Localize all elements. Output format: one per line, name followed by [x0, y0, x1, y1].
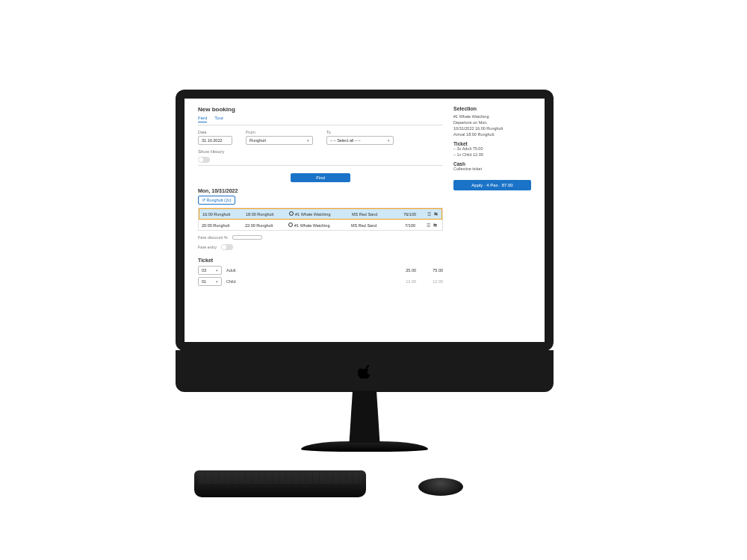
- ticket-line: 03▾ Adult 25.00 75.00: [198, 266, 443, 275]
- trip-table: 16:00 Rungholt 18:00 Rungholt #1 Whale W…: [198, 208, 443, 231]
- date-value: 31.10.2022: [202, 138, 223, 143]
- row-action-icons[interactable]: ☰ ⇆: [421, 212, 438, 217]
- cell-tour: #1 Whale Watching: [289, 211, 347, 217]
- fare-entry-label: Fare entry: [198, 245, 217, 249]
- divider: [198, 165, 443, 166]
- filter-to: To – – Select all – – ▾: [326, 130, 394, 145]
- chevron-down-icon: ▾: [216, 279, 218, 284]
- ticket-name: Adult: [226, 268, 389, 273]
- cell-departure: 16:00 Rungholt: [202, 212, 241, 217]
- fare-discount-input[interactable]: [232, 235, 262, 240]
- apple-logo-icon: [358, 364, 371, 379]
- fare-discount-row: Fare discount %: [198, 235, 443, 240]
- selection-departure-label: Departure on Mon,: [453, 120, 531, 125]
- mouse: [418, 478, 463, 496]
- tab-tour[interactable]: Tour: [214, 116, 223, 122]
- show-history-row: Show History: [198, 149, 443, 154]
- selection-heading: Selection: [453, 106, 531, 111]
- cell-arrival: 22:00 Rungholt: [245, 223, 284, 228]
- fare-entry-row: Fare entry: [198, 244, 443, 250]
- app-screen: New booking Ferd Tour Date 31.10.2022 Fr…: [185, 99, 545, 342]
- ticket-line-total: 75.00: [421, 268, 443, 273]
- filter-date: Date 31.10.2022: [198, 130, 232, 145]
- to-select[interactable]: – – Select all – – ▾: [326, 136, 394, 145]
- cell-ship: MS Red Sand: [351, 223, 388, 228]
- selection-payment: Cash: [453, 161, 531, 167]
- search-filters: Date 31.10.2022 From Rungholt ▾ To: [198, 130, 443, 145]
- page-title: New booking: [198, 106, 443, 113]
- keyboard: [194, 470, 366, 497]
- selection-tour: #1 Whale Watching: [453, 114, 531, 119]
- cell-arrival: 18:00 Rungholt: [246, 212, 285, 217]
- monitor-stand-base: [301, 441, 428, 452]
- trip-row[interactable]: 20:00 Rungholt 22:00 Rungholt #1 Whale W…: [199, 220, 442, 230]
- selection-panel: Selection #1 Whale Watching Departure on…: [453, 106, 531, 335]
- fare-entry-toggle[interactable]: [221, 244, 233, 250]
- chevron-down-icon: ▾: [388, 138, 390, 143]
- booking-tabs: Ferd Tour: [198, 116, 443, 122]
- fare-discount-label: Fare discount %: [198, 235, 228, 240]
- date-label: Date: [198, 130, 232, 134]
- filter-from: From Rungholt ▾: [246, 130, 313, 145]
- cell-ship: MS Red Sand: [352, 212, 389, 217]
- ticket-qty-select[interactable]: 03▾: [198, 266, 222, 275]
- cell-departure: 20:00 Rungholt: [202, 223, 241, 228]
- monitor-chin: [176, 350, 554, 392]
- monitor-stand-neck: [341, 391, 388, 443]
- ticket-line-total: 12.00: [421, 279, 443, 284]
- row-action-icons[interactable]: ☰ ⇆: [420, 223, 438, 228]
- globe-icon: [289, 211, 294, 216]
- show-history-label: Show History: [198, 149, 224, 154]
- show-history-toggle[interactable]: [198, 157, 210, 163]
- from-select[interactable]: Rungholt ▾: [246, 136, 313, 145]
- chevron-down-icon: ▾: [307, 138, 309, 143]
- apply-button[interactable]: Apply · 4 Pax · 87.00: [453, 180, 531, 190]
- selection-arrival-value: Arrival 18:00 Rungholt: [453, 132, 531, 137]
- find-button[interactable]: Find: [291, 173, 350, 182]
- cell-tour: #1 Whale Watching: [288, 223, 347, 228]
- ticket-line: 01▾ Child 12.00 12.00: [198, 277, 443, 286]
- from-label: From: [246, 130, 313, 134]
- to-value: – – Select all – –: [330, 138, 361, 143]
- trip-row[interactable]: 16:00 Rungholt 18:00 Rungholt #1 Whale W…: [199, 208, 442, 220]
- chevron-down-icon: ▾: [216, 268, 218, 273]
- monitor-bezel: New booking Ferd Tour Date 31.10.2022 Fr…: [176, 90, 554, 351]
- selection-ticket-type: Collective ticket: [453, 167, 531, 171]
- globe-icon: [288, 223, 293, 227]
- to-label: To: [326, 130, 394, 134]
- show-history-toggle-row: [198, 157, 443, 163]
- cell-capacity: 76/100: [394, 212, 416, 217]
- ticket-unit-price: 12.00: [394, 279, 416, 284]
- ticket-qty-select[interactable]: 01▾: [198, 277, 222, 286]
- selection-ticket-line: 1x Child 12.00: [453, 152, 531, 157]
- date-input[interactable]: 31.10.2022: [198, 136, 232, 145]
- ticket-unit-price: 25.00: [394, 268, 416, 273]
- cell-capacity: 7/100: [393, 223, 415, 228]
- divider: [198, 125, 443, 125]
- results-date-heading: Mon, 10/31/2022: [198, 188, 443, 193]
- from-value: Rungholt: [249, 138, 266, 143]
- selection-departure-value: 10/31/2022 16:00 Rungholt: [453, 126, 531, 131]
- ticket-heading: Ticket: [198, 258, 443, 263]
- imac-mockup: New booking Ferd Tour Date 31.10.2022 Fr…: [176, 90, 554, 452]
- tab-ferd[interactable]: Ferd: [198, 116, 207, 122]
- ticket-name: Child: [226, 279, 389, 284]
- main-column: New booking Ferd Tour Date 31.10.2022 Fr…: [198, 106, 443, 335]
- route-pill[interactable]: ↺ Rungholt (2x): [198, 196, 235, 205]
- selection-ticket-line: 3x Adult 75.00: [453, 146, 531, 151]
- selection-ticket-heading: Ticket: [453, 141, 531, 146]
